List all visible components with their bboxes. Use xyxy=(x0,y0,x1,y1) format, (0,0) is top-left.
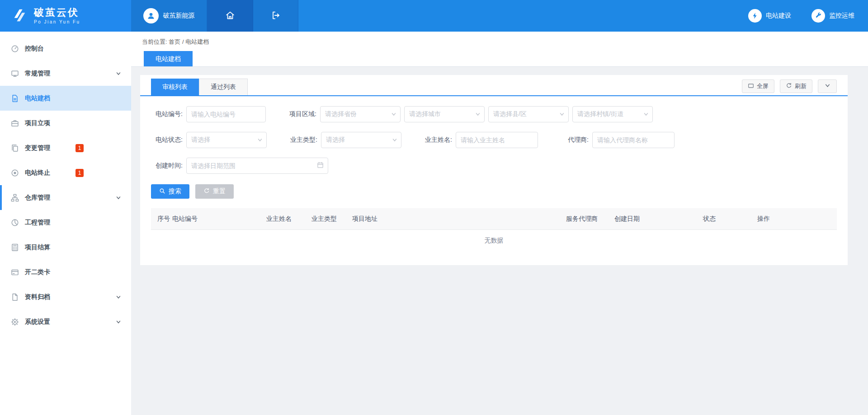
owner-name-label: 业主姓名: xyxy=(420,136,452,144)
chevron-down-icon xyxy=(116,319,121,325)
agent-label: 代理商: xyxy=(557,136,589,144)
search-button[interactable]: 搜索 xyxy=(151,184,189,199)
station-status-label: 电站状态: xyxy=(151,136,183,144)
content-area: 审核列表 通过列表 全屏 xyxy=(131,67,868,265)
sidebar-item-project-initiation[interactable]: 项目立项 xyxy=(0,111,131,135)
sidebar-item-label: 开二类卡 xyxy=(25,268,50,276)
col-owner-name: 业主姓名 xyxy=(266,215,311,223)
gear-icon xyxy=(11,318,19,326)
owner-name-input[interactable] xyxy=(456,132,538,148)
sidebar-item-data-archiving[interactable]: 资料归档 xyxy=(0,284,131,309)
sidebar-item-engineering-management[interactable]: 工程管理 xyxy=(0,210,131,235)
notification-badge: 1 xyxy=(75,169,84,177)
tab-passed-list[interactable]: 通过列表 xyxy=(199,79,248,95)
province-select-placeholder: 请选择省份 xyxy=(325,110,357,118)
brand-logo[interactable]: 破茧云伏 Po Jian Yun Fu xyxy=(0,0,131,32)
sidebar-item-label: 常规管理 xyxy=(25,70,50,78)
header-spacer xyxy=(298,0,748,32)
sidebar-item-warehouse-management[interactable]: 仓库管理 xyxy=(0,185,131,210)
user-menu[interactable]: 破茧新能源 xyxy=(131,0,207,32)
home-button[interactable] xyxy=(207,0,253,32)
owner-type-label: 业主类型: xyxy=(286,136,317,144)
sidebar-item-label: 电站终止 xyxy=(25,169,50,177)
city-select[interactable]: 请选择城市 xyxy=(404,106,485,122)
table-header-row: 序号 电站编号 业主姓名 业主类型 项目地址 服务代理商 创建日期 状态 操作 xyxy=(151,208,837,230)
col-service-agent: 服务代理商 xyxy=(566,215,614,223)
results-table: 序号 电站编号 业主姓名 业主类型 项目地址 服务代理商 创建日期 状态 操作 … xyxy=(151,208,837,252)
sidebar-item-label: 控制台 xyxy=(25,45,44,53)
refresh-icon xyxy=(786,83,792,90)
sidebar-item-station-filing[interactable]: 电站建档 xyxy=(0,86,131,111)
logout-button[interactable] xyxy=(253,0,298,32)
collapse-button[interactable] xyxy=(818,79,837,93)
bank-card-icon xyxy=(11,268,19,276)
reset-button-label: 重置 xyxy=(213,187,226,196)
table-empty-state: 无数据 xyxy=(151,230,837,252)
search-icon xyxy=(159,188,165,196)
chevron-down-icon xyxy=(475,112,481,117)
station-number-label: 电站编号: xyxy=(151,110,183,118)
sidebar-item-console[interactable]: 控制台 xyxy=(0,36,131,61)
owner-type-select[interactable]: 请选择 xyxy=(321,132,401,148)
search-button-label: 搜索 xyxy=(169,187,181,196)
sidebar-item-label: 项目立项 xyxy=(25,119,50,127)
town-select[interactable]: 请选择村镇/街道 xyxy=(572,106,653,122)
logout-icon xyxy=(271,10,281,22)
nav-station-construction-label: 电站建设 xyxy=(766,12,791,20)
owner-type-placeholder: 请选择 xyxy=(326,136,345,144)
col-project-address: 项目地址 xyxy=(352,215,566,223)
sidebar-item-label: 资料归档 xyxy=(25,293,50,301)
pie-chart-icon xyxy=(11,219,19,227)
nav-station-construction[interactable]: 电站建设 xyxy=(748,9,791,23)
brand-logo-icon xyxy=(11,7,28,25)
chevron-down-icon xyxy=(257,137,263,143)
date-range-input[interactable] xyxy=(186,158,328,174)
filter-form: 电站编号: 项目区域: 请选择省份 请选择城市 xyxy=(140,96,848,174)
top-header: 破茧云伏 Po Jian Yun Fu 破茧新能源 xyxy=(0,0,868,32)
panel-toolbar: 全屏 刷新 xyxy=(742,79,837,93)
sidebar-item-open-type2-card[interactable]: 开二类卡 xyxy=(0,260,131,284)
app-root: 破茧云伏 Po Jian Yun Fu 破茧新能源 xyxy=(0,0,868,415)
sidebar-item-general-management[interactable]: 常规管理 xyxy=(0,61,131,86)
page-tab-bar: 电站建档 xyxy=(131,51,868,66)
col-status: 状态 xyxy=(703,215,757,223)
main-area: 当前位置: 首页 / 电站建档 电站建档 审核列表 通过列表 xyxy=(131,32,868,415)
brand-title: 破茧云伏 xyxy=(34,7,80,18)
sidebar-item-change-management[interactable]: 变更管理 1 xyxy=(0,135,131,160)
monitor-icon xyxy=(11,70,19,78)
page-tab-station-filing[interactable]: 电站建档 xyxy=(144,51,193,66)
home-icon xyxy=(225,10,235,22)
create-time-label: 创建时间: xyxy=(151,162,183,170)
fullscreen-button[interactable]: 全屏 xyxy=(742,79,774,93)
nav-monitoring-ops[interactable]: 监控运维 xyxy=(811,9,854,23)
station-status-select[interactable]: 请选择 xyxy=(186,132,267,148)
sidebar-item-system-settings[interactable]: 系统设置 xyxy=(0,309,131,334)
station-number-input[interactable] xyxy=(186,106,266,122)
project-region-label: 项目区域: xyxy=(285,110,316,118)
chevron-down-icon xyxy=(116,294,121,300)
reset-icon xyxy=(203,188,210,196)
county-select-placeholder: 请选择县/区 xyxy=(493,110,527,118)
province-select[interactable]: 请选择省份 xyxy=(320,106,401,122)
breadcrumb-strip: 当前位置: 首页 / 电站建档 电站建档 xyxy=(131,32,868,67)
sidebar: 控制台 常规管理 电站建档 xyxy=(0,32,131,415)
sidebar-item-project-settlement[interactable]: 项目结算 xyxy=(0,235,131,260)
reset-button[interactable]: 重置 xyxy=(195,184,234,199)
col-owner-type: 业主类型 xyxy=(311,215,352,223)
agent-input[interactable] xyxy=(592,132,675,148)
filter-row-3: 创建时间: xyxy=(151,158,837,174)
station-status-placeholder: 请选择 xyxy=(191,136,210,144)
refresh-button[interactable]: 刷新 xyxy=(780,79,812,93)
chevron-down-icon xyxy=(643,112,649,117)
main-panel: 审核列表 通过列表 全屏 xyxy=(140,75,848,265)
tab-review-list[interactable]: 审核列表 xyxy=(151,79,199,95)
brand-subtitle: Po Jian Yun Fu xyxy=(34,19,80,24)
sidebar-item-station-termination[interactable]: 电站终止 1 xyxy=(0,160,131,185)
nav-monitoring-ops-label: 监控运维 xyxy=(829,12,854,20)
breadcrumb-prefix: 当前位置: xyxy=(142,38,167,45)
breadcrumb-current: 电站建档 xyxy=(185,38,209,45)
document-icon xyxy=(11,293,19,301)
sidebar-item-label: 工程管理 xyxy=(25,219,50,227)
breadcrumb-home-link[interactable]: 首页 xyxy=(169,38,180,45)
county-select[interactable]: 请选择县/区 xyxy=(488,106,569,122)
